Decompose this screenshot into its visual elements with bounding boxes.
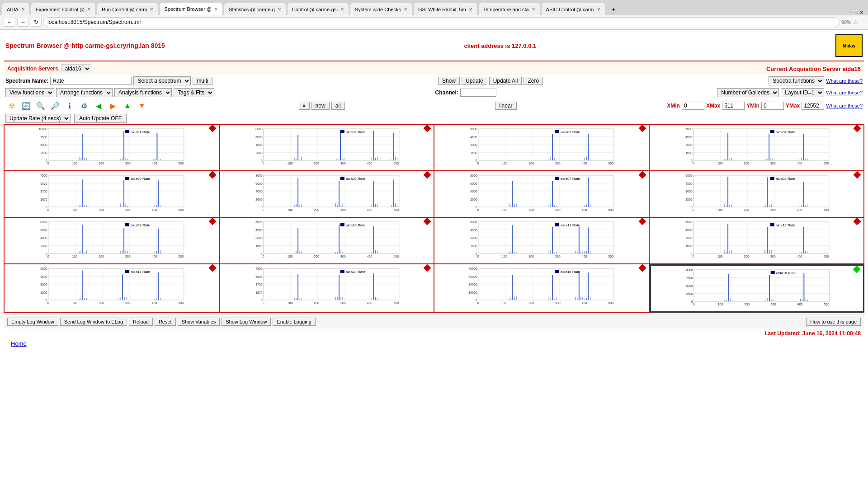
zoom-out-icon[interactable]: 🔎 [49, 99, 61, 112]
svg-rect-525 [156, 299, 157, 300]
what-these-3[interactable]: What are these? [826, 103, 863, 108]
svg-text:300: 300 [555, 162, 561, 165]
arrow-right-icon[interactable]: ▶ [107, 99, 119, 112]
x-button[interactable]: x [299, 102, 310, 110]
info-icon[interactable]: ℹ [63, 99, 76, 112]
what-these-1[interactable]: What are these? [826, 78, 863, 84]
show-variables-button[interactable]: Show Variables [178, 318, 220, 326]
svg-text:0: 0 [692, 162, 694, 165]
chart-cell-aida09[interactable]: 020004000600080000100200300400500aida09 … [5, 218, 220, 264]
chart-cell-aida01[interactable]: 0250050007500100000100200300400500aida01… [5, 125, 220, 171]
tab-aida-close[interactable]: ✕ [21, 7, 25, 12]
select-spectrum-dropdown[interactable]: Select a spectrum [133, 76, 191, 85]
reload-button[interactable]: ↻ [31, 18, 42, 27]
chart-cell-aida13[interactable]: 015003000450060000100200300400500aida13 … [5, 264, 220, 313]
all-button[interactable]: all [331, 102, 345, 110]
how-use-button[interactable]: How to use this page [806, 318, 861, 326]
acq-server-select[interactable]: aida16 [61, 64, 91, 73]
tab-sys-close[interactable]: ✕ [404, 7, 407, 12]
chart-cell-aida12[interactable]: 015003000450060000100200300400500aida12 … [650, 218, 865, 264]
layout-id-select[interactable]: Layout ID=1 [781, 88, 824, 97]
update-button[interactable]: Update [462, 77, 487, 85]
chart-cell-aida08[interactable]: 015003000450060000100200300400500aida08 … [650, 171, 865, 218]
chart-cell-aida10[interactable]: 015003000450060000100200300400500aida10 … [220, 218, 435, 264]
chart-cell-aida02[interactable]: 020004000600080000100200300400500aida02 … [220, 125, 435, 171]
linear-button[interactable]: linear [495, 102, 516, 110]
spectrum-name-input[interactable] [50, 77, 132, 85]
tab-control-close[interactable]: ✕ [340, 7, 344, 12]
svg-text:4000: 4000 [255, 143, 263, 146]
reload-page-button[interactable]: Reload [129, 318, 153, 326]
chart-cell-aida11[interactable]: 015003000450060000100200300400500aida11 … [434, 218, 650, 264]
settings-icon[interactable]: ⚙ [78, 99, 90, 112]
tags-fits-select[interactable]: Tags & Fits [174, 88, 214, 97]
xmax-input[interactable] [722, 102, 745, 110]
bookmark-icon[interactable]: ☆ [853, 19, 858, 25]
zoom-in-icon[interactable]: 🔍 [34, 99, 47, 112]
home-link[interactable]: Home [7, 338, 30, 349]
tab-gsi-close[interactable]: ✕ [469, 7, 472, 12]
show-button[interactable]: Show [438, 77, 460, 85]
refresh-icon[interactable]: 🔄 [20, 99, 33, 112]
auto-update-button[interactable]: Auto Update OFF [74, 114, 127, 123]
tab-system[interactable]: System wide Checks✕ [350, 3, 412, 15]
arrow-left-icon[interactable]: ◀ [92, 99, 105, 112]
new-tab-button[interactable]: + [608, 4, 619, 15]
arrow-down-icon[interactable]: ▼ [136, 99, 148, 112]
channel-input[interactable] [460, 89, 496, 97]
update-rate-select[interactable]: Update Rate (4 secs) [5, 114, 71, 123]
ymax-input[interactable] [802, 102, 824, 110]
arrange-functions-select[interactable]: Arrange functions [56, 88, 113, 97]
radiation-icon[interactable]: ☢ [5, 99, 18, 112]
chart-cell-aida16[interactable]: 0250050007500100000100200300400500aida16… [650, 264, 865, 313]
multi-button[interactable]: multi [193, 77, 212, 85]
extension-icon[interactable]: ⋯ [859, 19, 864, 25]
chart-cell-aida05[interactable]: 018753750562575000100200300400500aida05 … [5, 171, 220, 218]
tab-temp-close[interactable]: ✕ [532, 7, 535, 12]
chart-cell-aida06[interactable]: 020004000600080000100200300400500aida06 … [220, 171, 435, 218]
analysis-functions-select[interactable]: Analysis functions [114, 88, 172, 97]
tab-experiment[interactable]: Experiment Control @✕ [31, 3, 96, 15]
forward-button[interactable]: → [17, 18, 29, 27]
tab-asic-close[interactable]: ✕ [597, 7, 600, 12]
svg-text:6000: 6000 [470, 182, 477, 185]
xmin-input[interactable] [682, 102, 704, 110]
show-log-button[interactable]: Show Log Window [222, 318, 271, 326]
tab-gsi[interactable]: GSI White Rabbit Tim✕ [413, 3, 477, 15]
arrow-up-icon[interactable]: ▲ [121, 99, 134, 112]
svg-text:100: 100 [287, 208, 292, 211]
send-log-button[interactable]: Send Log Window to ELog [60, 318, 127, 326]
tab-spectrum[interactable]: Spectrum Browser @✕ [159, 3, 223, 15]
url-bar[interactable] [43, 17, 840, 27]
spectra-functions-select[interactable]: Spectra functions [769, 76, 824, 85]
tab-spectrum-close[interactable]: ✕ [214, 7, 218, 12]
tab-asic[interactable]: ASIC Control @ carm✕ [541, 3, 605, 15]
enable-logging-button[interactable]: Enable Logging [273, 318, 315, 326]
chart-cell-aida15[interactable]: 0100002000030000400000100200300400500aid… [434, 264, 650, 313]
chart-cell-aida07[interactable]: 020004000600080000100200300400500aida07 … [434, 171, 650, 218]
tab-exp-close[interactable]: ✕ [87, 7, 91, 12]
tab-aida[interactable]: AIDA✕ [2, 3, 30, 15]
back-button[interactable]: ← [4, 18, 15, 27]
svg-rect-274 [549, 205, 549, 207]
tab-stats-close[interactable]: ✕ [278, 7, 281, 12]
tab-run-close[interactable]: ✕ [150, 7, 153, 12]
chart-cell-aida03[interactable]: 015003000450060000100200300400500aida03 … [434, 125, 650, 171]
chart-cell-aida04[interactable]: 015003000450060000100200300400500aida04 … [650, 125, 865, 171]
update-all-button[interactable]: Update All [489, 77, 522, 85]
ymin-input[interactable] [761, 102, 784, 110]
empty-log-button[interactable]: Empty Log Window [7, 318, 58, 326]
what-these-2[interactable]: What are these? [826, 90, 863, 95]
chart-cell-aida14[interactable]: 018753750562575000100200300400500aida14 … [220, 264, 435, 313]
tab-run[interactable]: Run Control @ carm✕ [97, 3, 158, 15]
chart-svg-aida07: 020004000600080000100200300400500aida07 … [436, 173, 647, 214]
new-button[interactable]: new [311, 102, 330, 110]
number-galleries-select[interactable]: Number of Galleries [717, 88, 779, 97]
tab-temp[interactable]: Temperature and sta✕ [478, 3, 540, 15]
tab-control[interactable]: Control @ carme-gsi✕ [287, 3, 349, 15]
zero-button[interactable]: Zero [524, 77, 543, 85]
tab-statistics[interactable]: Statistics @ carme-g✕ [224, 3, 286, 15]
view-functions-select[interactable]: View functions [5, 88, 54, 97]
svg-rect-555 [296, 298, 296, 300]
reset-button[interactable]: Reset [155, 318, 176, 326]
